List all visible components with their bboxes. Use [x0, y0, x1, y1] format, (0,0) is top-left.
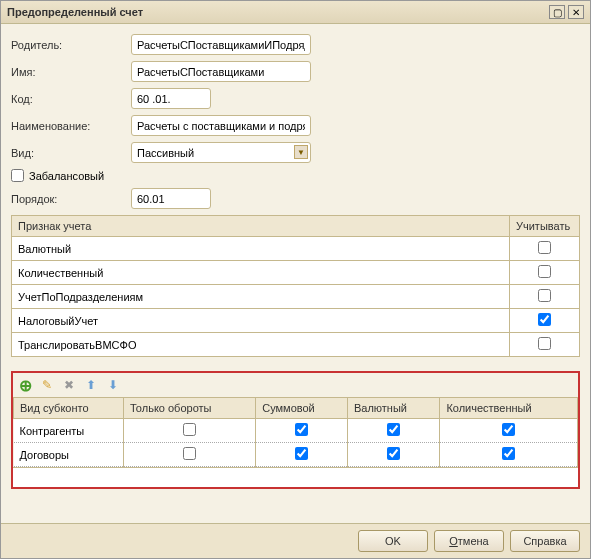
- titlebar: Предопределенный счет ▢ ✕: [1, 1, 590, 24]
- name-label: Имя:: [11, 66, 131, 78]
- descr-input[interactable]: [131, 115, 311, 136]
- sub-col-kind: Вид субконто: [14, 398, 124, 419]
- subkonto-toolbar: ⊕ ✎ ✖ ⬆ ⬇: [13, 373, 578, 397]
- type-select[interactable]: [131, 142, 311, 163]
- type-label: Вид:: [11, 147, 131, 159]
- offbalance-label: Забалансовый: [29, 170, 104, 182]
- attr-label: ТранслироватьВМСФО: [12, 333, 510, 357]
- window-title: Предопределенный счет: [7, 6, 546, 18]
- attr-label: Количественный: [12, 261, 510, 285]
- cancel-button[interactable]: Отмена: [434, 530, 504, 552]
- subkonto-table: Вид субконто Только обороты Суммовой Вал…: [13, 397, 578, 467]
- attr-label: НалоговыйУчет: [12, 309, 510, 333]
- sub-col-only: Только обороты: [124, 398, 256, 419]
- edit-icon[interactable]: ✎: [38, 376, 56, 394]
- sub-col-sum: Суммовой: [256, 398, 348, 419]
- attr-checkbox[interactable]: [538, 241, 551, 254]
- table-row: УчетПоПодразделениям: [12, 285, 580, 309]
- parent-input[interactable]: [131, 34, 311, 55]
- attr-checkbox[interactable]: [538, 265, 551, 278]
- attr-col-label: Признак учета: [12, 216, 510, 237]
- offbalance-checkbox[interactable]: [11, 169, 24, 182]
- add-icon[interactable]: ⊕: [16, 376, 34, 394]
- attr-checkbox[interactable]: [538, 313, 551, 326]
- help-button[interactable]: Справка: [510, 530, 580, 552]
- sub-col-qty: Количественный: [440, 398, 578, 419]
- sub-cur-checkbox[interactable]: [387, 423, 400, 436]
- sub-cur-checkbox[interactable]: [387, 447, 400, 460]
- order-label: Порядок:: [11, 193, 131, 205]
- sub-sum-checkbox[interactable]: [295, 423, 308, 436]
- descr-label: Наименование:: [11, 120, 131, 132]
- sub-qty-checkbox[interactable]: [502, 423, 515, 436]
- attr-label: УчетПоПодразделениям: [12, 285, 510, 309]
- sub-col-cur: Валютный: [347, 398, 439, 419]
- table-row: Договоры: [14, 443, 578, 467]
- attr-checkbox[interactable]: [538, 289, 551, 302]
- sub-only-checkbox[interactable]: [183, 423, 196, 436]
- attr-label: Валютный: [12, 237, 510, 261]
- sub-kind: Контрагенты: [14, 419, 124, 443]
- code-input[interactable]: [131, 88, 211, 109]
- sub-kind: Договоры: [14, 443, 124, 467]
- code-label: Код:: [11, 93, 131, 105]
- sub-only-checkbox[interactable]: [183, 447, 196, 460]
- delete-icon[interactable]: ✖: [60, 376, 78, 394]
- table-row: Валютный: [12, 237, 580, 261]
- chevron-down-icon[interactable]: ▼: [294, 145, 308, 159]
- sub-qty-checkbox[interactable]: [502, 447, 515, 460]
- table-row: ТранслироватьВМСФО: [12, 333, 580, 357]
- maximize-button[interactable]: ▢: [549, 5, 565, 19]
- arrow-down-icon[interactable]: ⬇: [104, 376, 122, 394]
- table-row: НалоговыйУчет: [12, 309, 580, 333]
- order-input[interactable]: [131, 188, 211, 209]
- subkonto-panel: ⊕ ✎ ✖ ⬆ ⬇ Вид субконто Только обороты Су…: [11, 371, 580, 489]
- sub-sum-checkbox[interactable]: [295, 447, 308, 460]
- ok-button[interactable]: OK: [358, 530, 428, 552]
- footer-bar: OK Отмена Справка: [1, 523, 590, 558]
- table-row: Контрагенты: [14, 419, 578, 443]
- close-button[interactable]: ✕: [568, 5, 584, 19]
- arrow-up-icon[interactable]: ⬆: [82, 376, 100, 394]
- name-input[interactable]: [131, 61, 311, 82]
- table-row: Количественный: [12, 261, 580, 285]
- parent-label: Родитель:: [11, 39, 131, 51]
- content-area: Родитель: Имя: Код: Наименование: Вид: ▼…: [1, 24, 590, 523]
- attr-col-check: Учитывать: [510, 216, 580, 237]
- attr-checkbox[interactable]: [538, 337, 551, 350]
- attributes-table: Признак учета Учитывать Валютный Количес…: [11, 215, 580, 357]
